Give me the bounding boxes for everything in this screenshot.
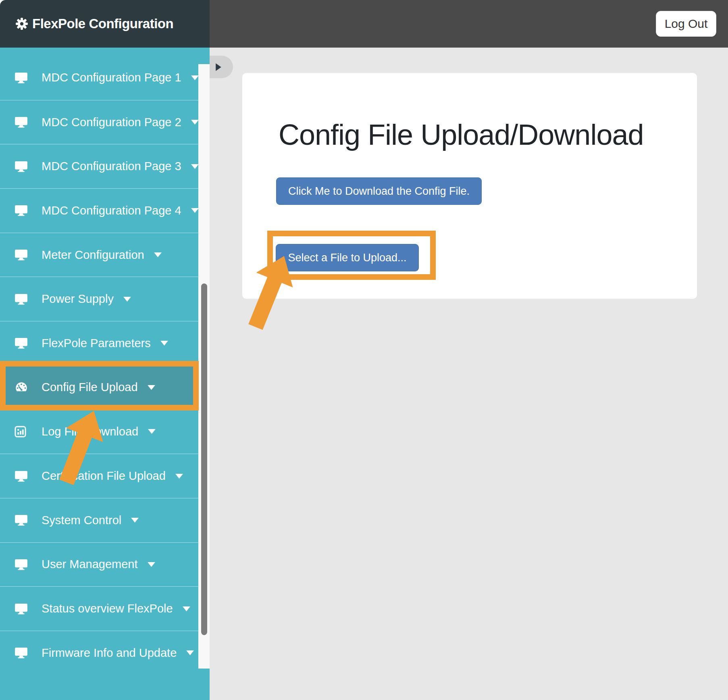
caret-down-icon [186, 650, 194, 655]
sidebar-item-flexpole-parameters[interactable]: FlexPole Parameters [0, 321, 198, 365]
sidebar-item-power-supply[interactable]: Power Supply [0, 277, 198, 321]
caret-down-icon [123, 297, 131, 302]
caret-down-icon [191, 208, 199, 213]
gear-icon [15, 17, 28, 30]
desktop-icon [15, 471, 31, 482]
desktop-icon [15, 249, 31, 260]
sidebar-item-user-management[interactable]: User Management [0, 542, 198, 587]
desktop-icon [15, 161, 31, 172]
desktop-icon [15, 603, 31, 615]
caret-down-icon [148, 385, 155, 390]
sidebar-item-firmware-info-and-update[interactable]: Firmware Info and Update [0, 631, 198, 675]
sidebar-item-config-file-upload[interactable]: Config File Upload [0, 365, 198, 410]
caret-down-icon [175, 474, 183, 479]
caret-down-icon [148, 562, 155, 567]
sidebar-header: FlexPole Configuration [0, 0, 210, 48]
top-bar: Log Out [210, 0, 728, 48]
sidebar: MDC Configuration Page 1 MDC Configurati… [0, 48, 210, 700]
desktop-icon [15, 205, 31, 216]
sidebar-item-mdc-configuration-page-4[interactable]: MDC Configuration Page 4 [0, 188, 198, 233]
logout-button[interactable]: Log Out [656, 11, 716, 37]
sidebar-collapse-button[interactable] [210, 56, 233, 78]
desktop-icon [15, 72, 31, 83]
desktop-icon [15, 559, 31, 570]
caret-down-icon [191, 164, 199, 169]
sidebar-item-system-control[interactable]: System Control [0, 498, 198, 542]
sidebar-item-meter-configuration[interactable]: Meter Configuration [0, 233, 198, 277]
chevron-right-icon [216, 63, 221, 71]
desktop-icon [15, 294, 31, 305]
sidebar-scrollbar-thumb[interactable] [201, 283, 207, 635]
content-card: Config File Upload/Download Click Me to … [242, 73, 697, 299]
app-window: Log Out FlexPole Configuration MDC Confi… [0, 0, 728, 700]
caret-down-icon [191, 120, 199, 125]
sidebar-item-mdc-configuration-page-1[interactable]: MDC Configuration Page 1 [0, 56, 198, 100]
caret-down-icon [148, 429, 156, 434]
sidebar-item-mdc-configuration-page-2[interactable]: MDC Configuration Page 2 [0, 100, 198, 144]
sidebar-menu: MDC Configuration Page 1 MDC Configurati… [0, 56, 198, 675]
caret-down-icon [154, 252, 162, 257]
caret-down-icon [191, 75, 199, 80]
bar-chart-icon [15, 426, 31, 438]
app-title: FlexPole Configuration [32, 16, 173, 31]
caret-down-icon [183, 606, 190, 611]
download-config-button[interactable]: Click Me to Download the Config File. [276, 177, 482, 205]
desktop-icon [15, 117, 31, 128]
desktop-icon [15, 338, 31, 349]
caret-down-icon [131, 518, 139, 523]
sidebar-item-status-overview-flexpole[interactable]: Status overview FlexPole [0, 586, 198, 631]
desktop-icon [15, 515, 31, 526]
sidebar-scrollbar-track[interactable] [198, 64, 210, 669]
sidebar-item-mdc-configuration-page-3[interactable]: MDC Configuration Page 3 [0, 144, 198, 188]
main-content: Config File Upload/Download Click Me to … [210, 48, 728, 700]
desktop-icon [15, 647, 31, 658]
caret-down-icon [160, 341, 168, 346]
page-title: Config File Upload/Download [279, 118, 644, 151]
tachometer-icon [15, 381, 31, 393]
